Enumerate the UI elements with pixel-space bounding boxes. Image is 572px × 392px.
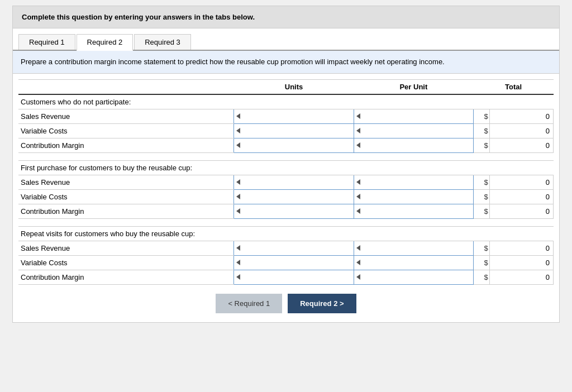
arrow-icon xyxy=(356,194,360,199)
arrow-icon xyxy=(236,179,240,185)
units-input-cell[interactable] xyxy=(234,255,354,270)
arrow-icon xyxy=(236,274,240,280)
per-unit-input[interactable] xyxy=(354,109,473,123)
section-1-header: Customers who do not participate: xyxy=(18,94,554,109)
units-input[interactable] xyxy=(234,241,353,255)
per-unit-input-cell[interactable] xyxy=(354,175,473,189)
units-input-cell[interactable] xyxy=(234,175,354,189)
units-input-cell[interactable] xyxy=(234,204,354,218)
tabs-row: Required 1 Required 2 Required 3 xyxy=(13,28,559,51)
per-unit-input-cell[interactable] xyxy=(354,138,473,152)
row-label: Variable Costs xyxy=(18,189,234,204)
per-unit-input[interactable] xyxy=(354,256,473,270)
total-value: 0 xyxy=(489,123,553,138)
arrow-icon xyxy=(356,128,360,133)
main-container: Complete this question by entering your … xyxy=(12,6,560,323)
table-row: Sales Revenue $ 0 xyxy=(18,109,554,123)
per-unit-input-cell[interactable] xyxy=(354,189,473,204)
units-input-cell[interactable] xyxy=(234,270,354,284)
spacer-row xyxy=(18,152,554,160)
row-label: Sales Revenue xyxy=(18,241,234,255)
arrow-icon xyxy=(356,274,360,280)
per-unit-input[interactable] xyxy=(354,190,473,204)
arrow-icon xyxy=(356,208,360,214)
total-value: 0 xyxy=(489,109,553,123)
arrow-icon xyxy=(356,245,360,251)
dollar-sign: $ xyxy=(474,123,490,138)
per-unit-input-cell[interactable] xyxy=(354,270,473,284)
spacer-row xyxy=(18,218,554,226)
table-row: Contribution Margin $ 0 xyxy=(18,138,554,152)
per-unit-input-cell[interactable] xyxy=(354,255,473,270)
col-header-per-unit: Per Unit xyxy=(354,79,473,94)
col-header-units: Units xyxy=(234,79,354,94)
per-unit-input[interactable] xyxy=(354,124,473,138)
total-value: 0 xyxy=(489,204,553,218)
units-input[interactable] xyxy=(234,190,353,204)
per-unit-input[interactable] xyxy=(354,270,473,284)
arrow-icon xyxy=(236,142,240,148)
per-unit-input[interactable] xyxy=(354,241,473,255)
per-unit-input-cell[interactable] xyxy=(354,109,473,123)
tab-required-1[interactable]: Required 1 xyxy=(18,34,75,50)
dollar-sign: $ xyxy=(474,270,490,284)
units-input-cell[interactable] xyxy=(234,109,354,123)
units-input[interactable] xyxy=(234,204,353,218)
col-header-total: Total xyxy=(474,79,554,94)
prev-button[interactable]: Required 1 xyxy=(216,294,282,313)
row-label: Variable Costs xyxy=(18,123,234,138)
table-section: Units Per Unit Total Customers who do no… xyxy=(13,74,559,285)
arrow-icon xyxy=(356,142,360,148)
total-value: 0 xyxy=(489,270,553,284)
table-row: Contribution Margin $ 0 xyxy=(18,204,554,218)
dollar-sign: $ xyxy=(474,109,490,123)
row-label: Sales Revenue xyxy=(18,109,234,123)
units-input[interactable] xyxy=(234,109,353,123)
total-value: 0 xyxy=(489,189,553,204)
per-unit-input-cell[interactable] xyxy=(354,123,473,138)
table-row: Variable Costs $ 0 xyxy=(18,255,554,270)
arrow-icon xyxy=(356,260,360,265)
units-input[interactable] xyxy=(234,124,353,138)
units-input[interactable] xyxy=(234,270,353,284)
per-unit-input[interactable] xyxy=(354,175,473,189)
dollar-sign: $ xyxy=(474,255,490,270)
table-row: Contribution Margin $ 0 xyxy=(18,270,554,284)
total-value: 0 xyxy=(489,255,553,270)
col-header-label xyxy=(18,79,234,94)
tab-required-2[interactable]: Required 2 xyxy=(77,34,134,51)
arrow-icon xyxy=(236,128,240,133)
section-header-row-3: Repeat visits for customers who buy the … xyxy=(18,226,554,241)
chevron-right-icon xyxy=(337,299,344,308)
units-input-cell[interactable] xyxy=(234,189,354,204)
dollar-sign: $ xyxy=(474,241,490,255)
row-label: Sales Revenue xyxy=(18,175,234,189)
row-label: Contribution Margin xyxy=(18,270,234,284)
row-label: Contribution Margin xyxy=(18,138,234,152)
total-value: 0 xyxy=(489,241,553,255)
header-bar: Complete this question by entering your … xyxy=(13,6,559,28)
dollar-sign: $ xyxy=(474,204,490,218)
arrow-icon xyxy=(236,245,240,251)
units-input-cell[interactable] xyxy=(234,138,354,152)
arrow-icon xyxy=(236,194,240,199)
units-input-cell[interactable] xyxy=(234,123,354,138)
section-header-row-1: Customers who do not participate: xyxy=(18,94,554,109)
table-row: Variable Costs $ 0 xyxy=(18,189,554,204)
tab-required-3[interactable]: Required 3 xyxy=(134,34,191,50)
table-row: Variable Costs $ 0 xyxy=(18,123,554,138)
units-input-cell[interactable] xyxy=(234,241,354,255)
per-unit-input-cell[interactable] xyxy=(354,241,473,255)
chevron-left-icon xyxy=(228,299,234,308)
data-table: Units Per Unit Total Customers who do no… xyxy=(18,79,554,285)
next-button[interactable]: Required 2 xyxy=(288,294,356,313)
units-input[interactable] xyxy=(234,138,353,152)
page-instruction: Prepare a contribution margin income sta… xyxy=(13,51,559,74)
units-input[interactable] xyxy=(234,256,353,270)
per-unit-input[interactable] xyxy=(354,138,473,152)
total-value: 0 xyxy=(489,138,553,152)
units-input[interactable] xyxy=(234,175,353,189)
per-unit-input-cell[interactable] xyxy=(354,204,473,218)
per-unit-input[interactable] xyxy=(354,204,473,218)
footer-nav: Required 1 Required 2 xyxy=(13,285,559,322)
